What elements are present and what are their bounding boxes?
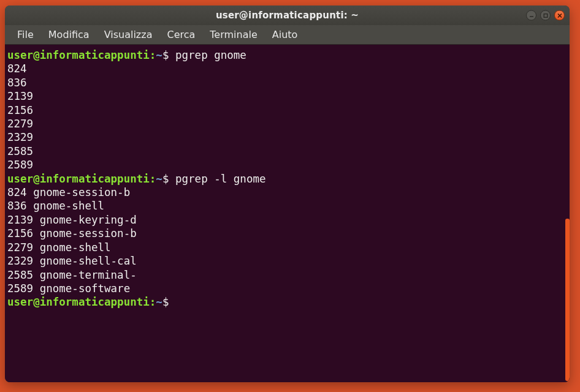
output-line: 2589 gnome-software: [7, 282, 567, 295]
menu-aiuto[interactable]: Aiuto: [265, 26, 305, 43]
output-line: 824 gnome-session-b: [7, 186, 567, 199]
output-line: 2156: [7, 104, 567, 117]
output-line: 2279: [7, 117, 567, 130]
minimize-button[interactable]: [526, 10, 536, 21]
prompt-path: ~: [156, 173, 162, 185]
output-line: 2585 gnome-terminal-: [7, 268, 567, 282]
scrollbar-thumb[interactable]: [565, 219, 570, 381]
menu-file[interactable]: File: [10, 26, 41, 43]
output-line: 2585: [7, 145, 567, 158]
output-line: 2329 gnome-shell-cal: [7, 254, 567, 268]
maximize-icon: [543, 13, 548, 18]
window-title: user@informaticappunti: ~: [216, 10, 359, 21]
prompt-dollar: $: [162, 173, 169, 185]
minimize-icon: [529, 13, 534, 18]
prompt-line: user@informaticappunti:~$ pgrep -l gnome: [7, 172, 567, 186]
prompt-sep: :: [150, 296, 156, 308]
output-line: 2156 gnome-session-b: [7, 227, 567, 240]
prompt-user-host: user@informaticappunti: [7, 173, 150, 185]
close-icon: [557, 13, 562, 18]
menu-cerca[interactable]: Cerca: [159, 26, 202, 43]
close-button[interactable]: [554, 10, 565, 21]
output-line: 824: [7, 62, 567, 75]
command-text: pgrep gnome: [175, 49, 246, 61]
output-line: 2139 gnome-keyring-d: [7, 213, 567, 227]
menubar: File Modifica Visualizza Cerca Terminale…: [5, 25, 570, 45]
menu-terminale[interactable]: Terminale: [202, 26, 264, 43]
prompt-user-host: user@informaticappunti: [7, 49, 150, 61]
menu-visualizza[interactable]: Visualizza: [97, 26, 160, 43]
prompt-dollar: $: [162, 49, 169, 61]
command-text: pgrep -l gnome: [175, 173, 266, 185]
output-line: 836 gnome-shell: [7, 199, 567, 213]
prompt-dollar: $: [162, 296, 169, 308]
menu-modifica[interactable]: Modifica: [41, 26, 97, 43]
window-controls: [526, 10, 565, 21]
output-line: 2329: [7, 130, 567, 144]
prompt-path: ~: [156, 296, 162, 308]
svg-rect-1: [544, 13, 548, 17]
output-line: 2589: [7, 158, 567, 172]
terminal-viewport[interactable]: user@informaticappunti:~$ pgrep gnome 82…: [5, 45, 570, 382]
maximize-button[interactable]: [540, 10, 551, 21]
output-line: 2139: [7, 89, 567, 103]
prompt-line: user@informaticappunti:~$ pgrep gnome: [7, 48, 567, 62]
prompt-user-host: user@informaticappunti: [7, 296, 150, 308]
prompt-path: ~: [156, 49, 162, 61]
terminal-window: user@informaticappunti: ~ File Modifica …: [5, 6, 570, 382]
output-line: 836: [7, 76, 567, 89]
output-line: 2279 gnome-shell: [7, 241, 567, 254]
prompt-sep: :: [150, 49, 156, 61]
titlebar[interactable]: user@informaticappunti: ~: [5, 6, 570, 25]
prompt-line: user@informaticappunti:~$: [7, 295, 567, 309]
prompt-sep: :: [150, 173, 156, 185]
